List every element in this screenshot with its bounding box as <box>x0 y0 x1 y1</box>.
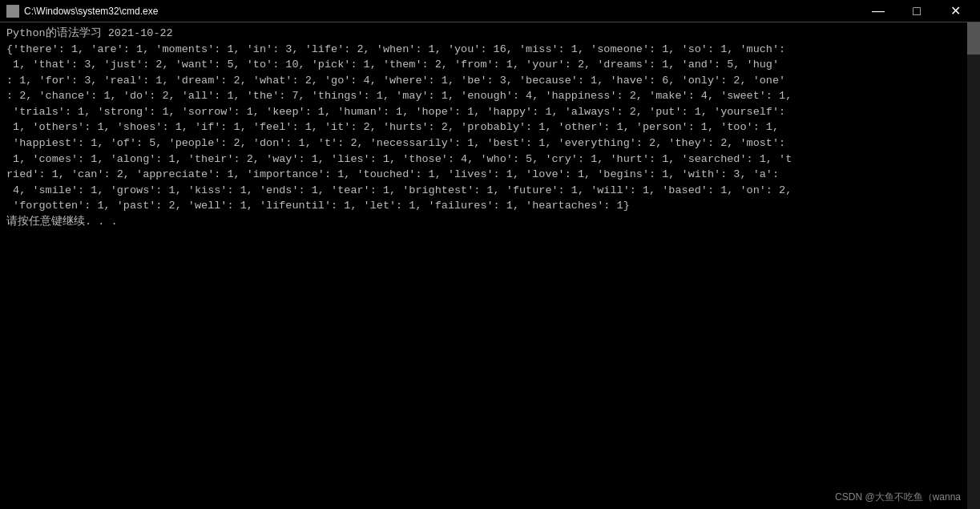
console-line-12: 请按任意键继续. . . <box>6 214 974 230</box>
scrollbar-thumb[interactable] <box>967 22 980 55</box>
svg-rect-0 <box>7 6 18 14</box>
watermark: CSDN @大鱼不吃鱼（wanna <box>835 491 961 504</box>
console-line-3: : 1, 'for': 3, 'real': 1, 'dream': 2, 'w… <box>6 73 974 89</box>
console-line-11: 'forgotten': 1, 'past': 2, 'well': 1, 'l… <box>6 198 974 214</box>
minimize-button[interactable]: — <box>860 0 897 22</box>
console-output: Python的语法学习 2021-10-22 {'there': 1, 'are… <box>0 22 980 509</box>
console-line-8: 1, 'comes': 1, 'along': 1, 'their': 2, '… <box>6 151 974 168</box>
cmd-window: C:\Windows\system32\cmd.exe — □ ✕ Python… <box>0 0 980 509</box>
maximize-button[interactable]: □ <box>898 0 935 22</box>
scrollbar[interactable] <box>967 22 980 509</box>
window-controls: — □ ✕ <box>860 0 974 22</box>
title-bar: C:\Windows\system32\cmd.exe — □ ✕ <box>0 0 980 22</box>
console-line-9: ried': 1, 'can': 2, 'appreciate': 1, 'im… <box>6 167 974 183</box>
console-heading: Python的语法学习 2021-10-22 <box>6 26 974 42</box>
console-line-6: 1, 'others': 1, 'shoes': 1, 'if': 1, 'fe… <box>6 119 974 135</box>
console-line-1: {'there': 1, 'are': 1, 'moments': 1, 'in… <box>6 42 974 58</box>
console-line-5: 'trials': 1, 'strong': 1, 'sorrow': 1, '… <box>6 104 974 120</box>
console-line-7: 'happiest': 1, 'of': 5, 'people': 2, 'do… <box>6 135 974 151</box>
svg-rect-1 <box>7 14 18 17</box>
window-icon <box>6 5 19 18</box>
window-title: C:\Windows\system32\cmd.exe <box>24 6 860 17</box>
close-button[interactable]: ✕ <box>937 0 974 22</box>
console-line-2: 1, 'that': 3, 'just': 2, 'want': 5, 'to'… <box>6 57 974 73</box>
console-line-4: : 2, 'chance': 1, 'do': 2, 'all': 1, 'th… <box>6 88 974 104</box>
console-line-10: 4, 'smile': 1, 'grows': 1, 'kiss': 1, 'e… <box>6 183 974 199</box>
